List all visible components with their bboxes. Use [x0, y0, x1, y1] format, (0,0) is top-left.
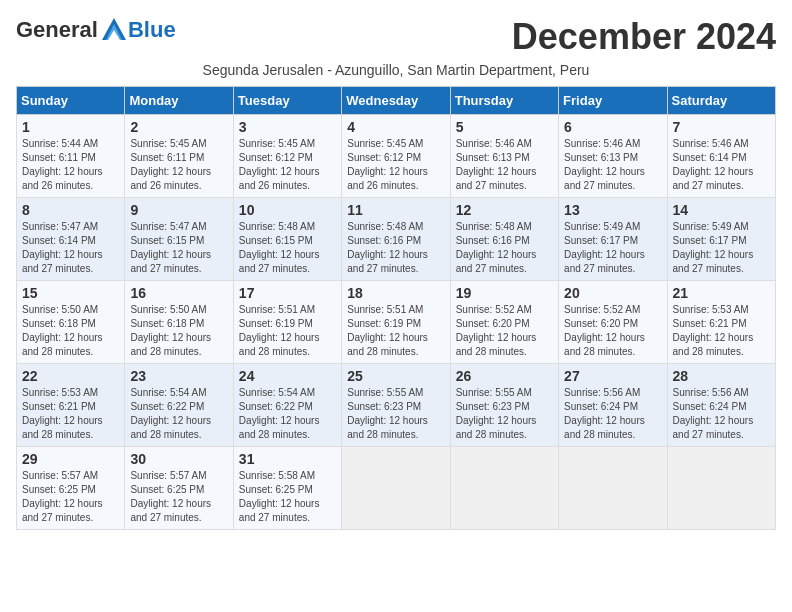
calendar-day-cell: 21Sunrise: 5:53 AM Sunset: 6:21 PM Dayli…: [667, 281, 775, 364]
day-of-week-header: Tuesday: [233, 87, 341, 115]
calendar-day-cell: 22Sunrise: 5:53 AM Sunset: 6:21 PM Dayli…: [17, 364, 125, 447]
day-number: 24: [239, 368, 336, 384]
day-number: 8: [22, 202, 119, 218]
day-info: Sunrise: 5:58 AM Sunset: 6:25 PM Dayligh…: [239, 469, 336, 525]
calendar-day-cell: 11Sunrise: 5:48 AM Sunset: 6:16 PM Dayli…: [342, 198, 450, 281]
day-of-week-header: Sunday: [17, 87, 125, 115]
day-info: Sunrise: 5:48 AM Sunset: 6:16 PM Dayligh…: [347, 220, 444, 276]
calendar-day-cell: 20Sunrise: 5:52 AM Sunset: 6:20 PM Dayli…: [559, 281, 667, 364]
calendar-day-cell: [667, 447, 775, 530]
day-number: 17: [239, 285, 336, 301]
day-info: Sunrise: 5:51 AM Sunset: 6:19 PM Dayligh…: [239, 303, 336, 359]
day-info: Sunrise: 5:55 AM Sunset: 6:23 PM Dayligh…: [347, 386, 444, 442]
day-number: 21: [673, 285, 770, 301]
logo-general-text: General: [16, 17, 98, 43]
day-info: Sunrise: 5:47 AM Sunset: 6:14 PM Dayligh…: [22, 220, 119, 276]
logo-blue-text: Blue: [128, 17, 176, 43]
day-info: Sunrise: 5:49 AM Sunset: 6:17 PM Dayligh…: [564, 220, 661, 276]
day-info: Sunrise: 5:51 AM Sunset: 6:19 PM Dayligh…: [347, 303, 444, 359]
day-number: 6: [564, 119, 661, 135]
calendar-day-cell: 17Sunrise: 5:51 AM Sunset: 6:19 PM Dayli…: [233, 281, 341, 364]
day-number: 1: [22, 119, 119, 135]
calendar-header-row: SundayMondayTuesdayWednesdayThursdayFrid…: [17, 87, 776, 115]
calendar-day-cell: 18Sunrise: 5:51 AM Sunset: 6:19 PM Dayli…: [342, 281, 450, 364]
day-info: Sunrise: 5:49 AM Sunset: 6:17 PM Dayligh…: [673, 220, 770, 276]
calendar-day-cell: 12Sunrise: 5:48 AM Sunset: 6:16 PM Dayli…: [450, 198, 558, 281]
day-number: 25: [347, 368, 444, 384]
day-number: 10: [239, 202, 336, 218]
logo: General Blue: [16, 16, 176, 44]
day-number: 14: [673, 202, 770, 218]
day-info: Sunrise: 5:46 AM Sunset: 6:14 PM Dayligh…: [673, 137, 770, 193]
day-of-week-header: Monday: [125, 87, 233, 115]
calendar-day-cell: 2Sunrise: 5:45 AM Sunset: 6:11 PM Daylig…: [125, 115, 233, 198]
calendar-day-cell: [450, 447, 558, 530]
calendar-day-cell: 30Sunrise: 5:57 AM Sunset: 6:25 PM Dayli…: [125, 447, 233, 530]
calendar-day-cell: 16Sunrise: 5:50 AM Sunset: 6:18 PM Dayli…: [125, 281, 233, 364]
calendar-day-cell: 10Sunrise: 5:48 AM Sunset: 6:15 PM Dayli…: [233, 198, 341, 281]
day-number: 18: [347, 285, 444, 301]
day-of-week-header: Thursday: [450, 87, 558, 115]
day-number: 13: [564, 202, 661, 218]
day-number: 31: [239, 451, 336, 467]
logo-icon: [100, 16, 128, 44]
day-info: Sunrise: 5:56 AM Sunset: 6:24 PM Dayligh…: [564, 386, 661, 442]
day-number: 19: [456, 285, 553, 301]
day-number: 9: [130, 202, 227, 218]
calendar-day-cell: 29Sunrise: 5:57 AM Sunset: 6:25 PM Dayli…: [17, 447, 125, 530]
calendar-day-cell: 5Sunrise: 5:46 AM Sunset: 6:13 PM Daylig…: [450, 115, 558, 198]
day-info: Sunrise: 5:57 AM Sunset: 6:25 PM Dayligh…: [130, 469, 227, 525]
calendar-week-row: 29Sunrise: 5:57 AM Sunset: 6:25 PM Dayli…: [17, 447, 776, 530]
calendar-day-cell: 27Sunrise: 5:56 AM Sunset: 6:24 PM Dayli…: [559, 364, 667, 447]
day-info: Sunrise: 5:55 AM Sunset: 6:23 PM Dayligh…: [456, 386, 553, 442]
calendar-day-cell: 23Sunrise: 5:54 AM Sunset: 6:22 PM Dayli…: [125, 364, 233, 447]
calendar-table: SundayMondayTuesdayWednesdayThursdayFrid…: [16, 86, 776, 530]
day-number: 30: [130, 451, 227, 467]
day-number: 20: [564, 285, 661, 301]
day-info: Sunrise: 5:50 AM Sunset: 6:18 PM Dayligh…: [130, 303, 227, 359]
day-info: Sunrise: 5:45 AM Sunset: 6:12 PM Dayligh…: [347, 137, 444, 193]
header: General Blue December 2024: [16, 16, 776, 58]
calendar-day-cell: 19Sunrise: 5:52 AM Sunset: 6:20 PM Dayli…: [450, 281, 558, 364]
day-number: 27: [564, 368, 661, 384]
day-info: Sunrise: 5:45 AM Sunset: 6:12 PM Dayligh…: [239, 137, 336, 193]
calendar-day-cell: 28Sunrise: 5:56 AM Sunset: 6:24 PM Dayli…: [667, 364, 775, 447]
day-info: Sunrise: 5:46 AM Sunset: 6:13 PM Dayligh…: [564, 137, 661, 193]
calendar-day-cell: 3Sunrise: 5:45 AM Sunset: 6:12 PM Daylig…: [233, 115, 341, 198]
day-number: 4: [347, 119, 444, 135]
day-info: Sunrise: 5:47 AM Sunset: 6:15 PM Dayligh…: [130, 220, 227, 276]
day-number: 15: [22, 285, 119, 301]
day-info: Sunrise: 5:48 AM Sunset: 6:16 PM Dayligh…: [456, 220, 553, 276]
calendar-week-row: 15Sunrise: 5:50 AM Sunset: 6:18 PM Dayli…: [17, 281, 776, 364]
calendar-day-cell: 31Sunrise: 5:58 AM Sunset: 6:25 PM Dayli…: [233, 447, 341, 530]
calendar-day-cell: 1Sunrise: 5:44 AM Sunset: 6:11 PM Daylig…: [17, 115, 125, 198]
calendar-day-cell: 15Sunrise: 5:50 AM Sunset: 6:18 PM Dayli…: [17, 281, 125, 364]
day-number: 22: [22, 368, 119, 384]
day-number: 16: [130, 285, 227, 301]
day-info: Sunrise: 5:54 AM Sunset: 6:22 PM Dayligh…: [130, 386, 227, 442]
subtitle: Segunda Jerusalen - Azunguillo, San Mart…: [16, 62, 776, 78]
day-number: 28: [673, 368, 770, 384]
day-number: 29: [22, 451, 119, 467]
day-number: 3: [239, 119, 336, 135]
day-info: Sunrise: 5:53 AM Sunset: 6:21 PM Dayligh…: [673, 303, 770, 359]
day-info: Sunrise: 5:54 AM Sunset: 6:22 PM Dayligh…: [239, 386, 336, 442]
calendar-day-cell: 8Sunrise: 5:47 AM Sunset: 6:14 PM Daylig…: [17, 198, 125, 281]
month-title: December 2024: [512, 16, 776, 58]
day-number: 26: [456, 368, 553, 384]
calendar-day-cell: 9Sunrise: 5:47 AM Sunset: 6:15 PM Daylig…: [125, 198, 233, 281]
calendar-day-cell: 13Sunrise: 5:49 AM Sunset: 6:17 PM Dayli…: [559, 198, 667, 281]
calendar-day-cell: [559, 447, 667, 530]
day-number: 12: [456, 202, 553, 218]
day-info: Sunrise: 5:46 AM Sunset: 6:13 PM Dayligh…: [456, 137, 553, 193]
day-info: Sunrise: 5:52 AM Sunset: 6:20 PM Dayligh…: [564, 303, 661, 359]
day-info: Sunrise: 5:48 AM Sunset: 6:15 PM Dayligh…: [239, 220, 336, 276]
day-number: 7: [673, 119, 770, 135]
calendar-day-cell: 24Sunrise: 5:54 AM Sunset: 6:22 PM Dayli…: [233, 364, 341, 447]
day-info: Sunrise: 5:56 AM Sunset: 6:24 PM Dayligh…: [673, 386, 770, 442]
day-info: Sunrise: 5:57 AM Sunset: 6:25 PM Dayligh…: [22, 469, 119, 525]
calendar-day-cell: 6Sunrise: 5:46 AM Sunset: 6:13 PM Daylig…: [559, 115, 667, 198]
calendar-week-row: 8Sunrise: 5:47 AM Sunset: 6:14 PM Daylig…: [17, 198, 776, 281]
calendar-day-cell: 14Sunrise: 5:49 AM Sunset: 6:17 PM Dayli…: [667, 198, 775, 281]
day-info: Sunrise: 5:50 AM Sunset: 6:18 PM Dayligh…: [22, 303, 119, 359]
